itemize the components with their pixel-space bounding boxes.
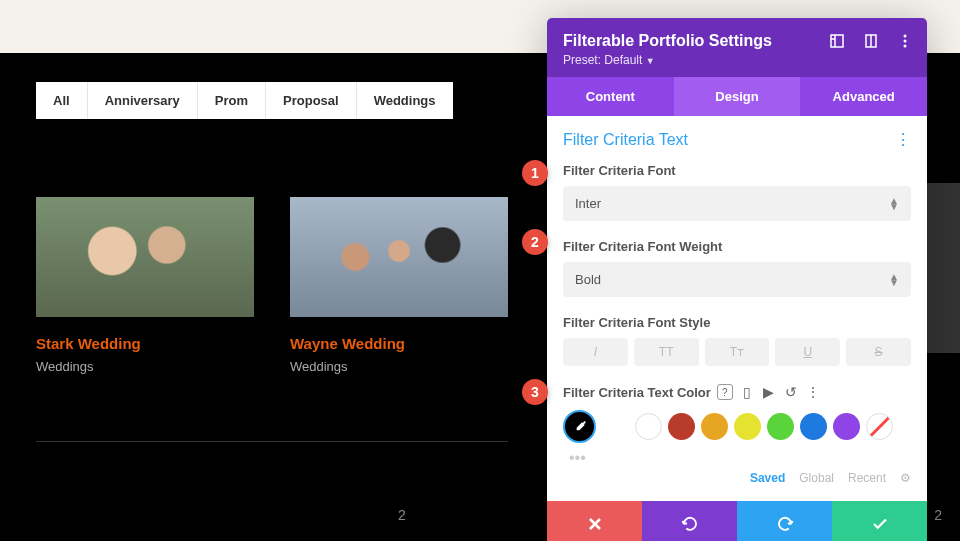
italic-button[interactable]: I [563,338,628,366]
svg-point-2 [904,35,907,38]
color-swatch-black[interactable] [602,413,629,440]
callout-3: 3 [522,379,548,405]
save-button[interactable] [832,501,927,541]
panel-header: Filterable Portfolio Settings Preset: De… [547,18,927,77]
gear-icon[interactable]: ⚙ [900,471,911,485]
panel-tabs: Content Design Advanced [547,77,927,116]
divider [36,441,508,442]
portfolio-title[interactable]: Wayne Wedding [290,335,508,352]
section-menu-icon[interactable]: ⋮ [895,130,911,149]
global-tab[interactable]: Global [799,471,834,485]
color-swatch-red[interactable] [668,413,695,440]
callout-2: 2 [522,229,548,255]
help-icon[interactable]: ? [717,384,733,400]
color-swatch-yellow[interactable] [734,413,761,440]
page-number[interactable]: 2 [934,507,942,523]
weight-label: Filter Criteria Font Weight [563,239,911,254]
color-swatch-white[interactable] [635,413,662,440]
menu-dots-icon[interactable] [897,33,913,49]
saved-tab[interactable]: Saved [750,471,785,485]
color-label: Filter Criteria Text Color [563,385,711,400]
callout-1: 1 [522,160,548,186]
svg-point-4 [904,45,907,48]
portfolio-grid: Stark Wedding Weddings Wayne Wedding Wed… [36,197,508,374]
color-swatch-green[interactable] [767,413,794,440]
color-swatch-blue[interactable] [800,413,827,440]
select-arrows-icon: ▲▼ [889,198,899,210]
tab-advanced[interactable]: Advanced [800,77,927,116]
font-label: Filter Criteria Font [563,163,911,178]
redo-button[interactable] [737,501,832,541]
portfolio-thumbnail[interactable] [36,197,254,317]
filter-tab-weddings[interactable]: Weddings [357,82,453,119]
filter-tab-prom[interactable]: Prom [198,82,266,119]
reset-icon[interactable]: ↺ [783,384,799,400]
portfolio-title[interactable]: Stark Wedding [36,335,254,352]
undo-button[interactable] [642,501,737,541]
color-swatch-orange[interactable] [701,413,728,440]
panel-actions [547,501,927,541]
color-swatches [563,410,911,443]
strikethrough-button[interactable]: S [846,338,911,366]
cancel-button[interactable] [547,501,642,541]
portfolio-thumbnail[interactable] [290,197,508,317]
portfolio-item[interactable]: Wayne Wedding Weddings [290,197,508,374]
svg-rect-0 [831,35,843,47]
cursor-icon[interactable]: ▶ [761,384,777,400]
style-buttons: I TT Tᴛ U S [563,338,911,366]
tab-content[interactable]: Content [547,77,674,116]
more-dots-icon[interactable]: ⋮ [805,384,821,400]
style-label: Filter Criteria Font Style [563,315,911,330]
more-swatches-icon[interactable]: ••• [569,449,911,467]
color-swatch-transparent[interactable] [866,413,893,440]
filter-tab-bar: All Anniversary Prom Proposal Weddings [36,82,453,119]
uppercase-button[interactable]: TT [634,338,699,366]
portfolio-category: Weddings [36,359,254,374]
portfolio-item[interactable]: Stark Wedding Weddings [36,197,254,374]
book-icon[interactable] [863,33,879,49]
filter-tab-all[interactable]: All [36,82,88,119]
partial-content [924,183,960,353]
svg-point-3 [904,40,907,43]
filter-tab-anniversary[interactable]: Anniversary [88,82,198,119]
panel-body: Filter Criteria Text ⋮ Filter Criteria F… [547,116,927,501]
section-title[interactable]: Filter Criteria Text ⋮ [563,130,911,149]
page-number[interactable]: 2 [398,507,406,523]
select-arrows-icon: ▲▼ [889,274,899,286]
color-picker-swatch[interactable] [563,410,596,443]
font-select[interactable]: Inter ▲▼ [563,186,911,221]
underline-button[interactable]: U [775,338,840,366]
settings-panel: Filterable Portfolio Settings Preset: De… [547,18,927,541]
weight-select[interactable]: Bold ▲▼ [563,262,911,297]
phone-icon[interactable]: ▯ [739,384,755,400]
color-swatch-purple[interactable] [833,413,860,440]
expand-icon[interactable] [829,33,845,49]
filter-tab-proposal[interactable]: Proposal [266,82,357,119]
tab-design[interactable]: Design [674,77,801,116]
smallcaps-button[interactable]: Tᴛ [705,338,770,366]
recent-tab[interactable]: Recent [848,471,886,485]
portfolio-category: Weddings [290,359,508,374]
preset-dropdown[interactable]: Preset: Default ▼ [563,53,911,67]
